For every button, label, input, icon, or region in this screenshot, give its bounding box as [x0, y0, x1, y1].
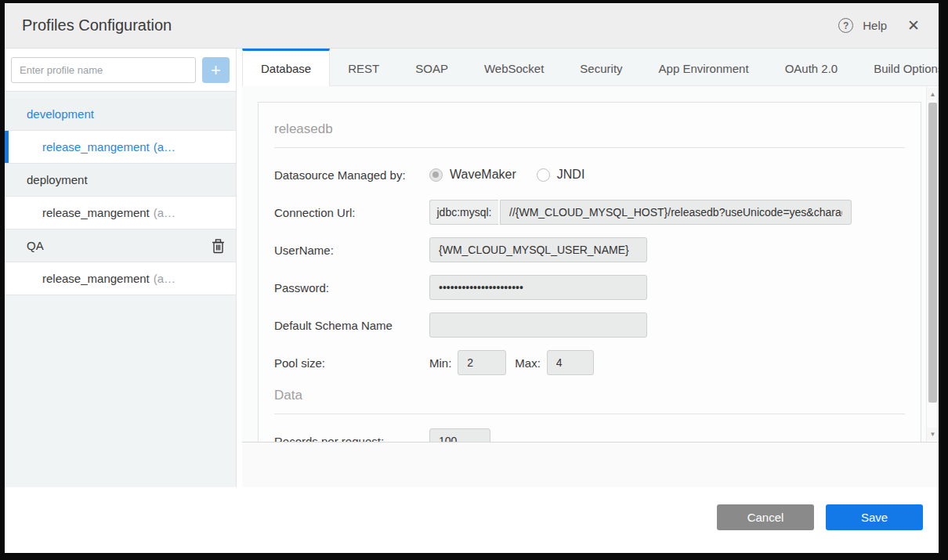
username-input[interactable]	[429, 237, 647, 262]
database-settings-card: releasedb Datasource Managed by: WaveMak…	[258, 102, 921, 442]
connection-url-row: Connection Url: jdbc:mysql:	[274, 200, 905, 225]
sidebar-item-release-mangement-deployment[interactable]: release_mangement (a…	[5, 197, 236, 229]
add-profile-row: +	[5, 49, 236, 92]
profile-item-label: release_mangement	[42, 206, 150, 219]
delete-profile-button[interactable]	[212, 238, 225, 254]
scrollbar-down-icon[interactable]: ▼	[927, 428, 939, 440]
radio-selected-icon	[429, 168, 443, 182]
profiles-configuration-dialog: Profiles Configuration ? Help ✕ + develo…	[5, 3, 939, 553]
radio-wavemaker[interactable]: WaveMaker	[429, 168, 516, 182]
radio-jndi-label: JNDI	[557, 168, 585, 182]
schema-label: Default Schema Name	[274, 319, 429, 332]
profiles-sidebar: + development release_mangement (a… depl…	[5, 49, 237, 487]
tab-security[interactable]: Security	[562, 49, 640, 85]
help-icon[interactable]: ?	[838, 18, 853, 33]
sidebar-item-qa[interactable]: QA	[5, 229, 236, 262]
datasource-label: Datasource Managed by:	[274, 168, 429, 182]
tab-rest[interactable]: REST	[330, 49, 397, 85]
add-profile-button[interactable]: +	[202, 57, 230, 83]
profile-item-suffix: (a…	[154, 140, 175, 154]
jdbc-prefix: jdbc:mysql:	[429, 200, 498, 225]
scrollbar-thumb[interactable]	[928, 103, 937, 403]
radio-wavemaker-label: WaveMaker	[450, 168, 516, 182]
radio-unselected-icon	[537, 168, 550, 182]
tab-websocket[interactable]: WebSocket	[466, 49, 562, 85]
dialog-footer: Cancel Save	[5, 487, 939, 553]
section-divider	[274, 147, 905, 148]
records-per-request-input[interactable]	[429, 428, 490, 442]
datasource-row: Datasource Managed by: WaveMaker JNDI	[274, 162, 905, 187]
username-row: UserName:	[274, 237, 905, 262]
database-tab-content: releasedb Datasource Managed by: WaveMak…	[242, 86, 926, 442]
sidebar-item-deployment[interactable]: deployment	[5, 164, 236, 197]
pool-min-label: Min:	[429, 356, 451, 370]
pool-size-row: Pool size: Min: Max:	[274, 350, 905, 375]
profile-item-suffix: (a…	[154, 206, 175, 219]
password-label: Password:	[274, 281, 429, 294]
save-button[interactable]: Save	[826, 504, 923, 530]
sidebar-item-release-mangement-qa[interactable]: release_mangement (a…	[5, 262, 236, 295]
sidebar-item-release-mangement-development[interactable]: release_mangement (a…	[5, 131, 236, 164]
sidebar-item-development[interactable]: development	[5, 98, 236, 131]
page-title: Profiles Configuration	[22, 16, 172, 34]
connection-url-control: jdbc:mysql:	[429, 200, 852, 225]
cancel-button[interactable]: Cancel	[717, 504, 814, 530]
dialog-body: + development release_mangement (a… depl…	[5, 49, 939, 487]
default-schema-input[interactable]	[429, 313, 647, 338]
tab-bar: Database REST SOAP WebSocket Security Ap…	[242, 49, 939, 86]
pool-max-label: Max:	[515, 356, 541, 370]
tab-content-scroll-area: releasedb Datasource Managed by: WaveMak…	[242, 86, 939, 443]
content-lower-strip	[242, 443, 939, 487]
username-label: UserName:	[274, 244, 429, 257]
records-per-request-row: Records per request:	[274, 428, 905, 442]
profile-name-input[interactable]	[11, 57, 196, 83]
trash-icon	[212, 238, 225, 254]
pool-min-input[interactable]	[458, 350, 506, 375]
profile-group-label: development	[27, 107, 94, 121]
profile-group-label: deployment	[27, 173, 88, 186]
vertical-scrollbar[interactable]: ▲ ▼	[926, 86, 939, 442]
schema-row: Default Schema Name	[274, 313, 905, 338]
connection-url-input[interactable]	[500, 200, 852, 225]
password-input[interactable]	[429, 275, 647, 300]
dialog-header: Profiles Configuration ? Help ✕	[5, 3, 939, 49]
profile-list: development release_mangement (a… deploy…	[5, 92, 236, 295]
tab-oauth[interactable]: OAuth 2.0	[767, 49, 856, 85]
tab-soap[interactable]: SOAP	[397, 49, 466, 85]
screen-background: Profiles Configuration ? Help ✕ + develo…	[0, 0, 948, 560]
pool-size-label: Pool size:	[274, 356, 429, 370]
records-label: Records per request:	[274, 435, 429, 443]
tab-build-options[interactable]: Build Options	[856, 49, 939, 85]
profile-item-label: release_mangement	[42, 140, 150, 154]
scrollbar-up-icon[interactable]: ▲	[927, 88, 939, 100]
profile-group-label: QA	[27, 239, 44, 252]
profile-item-suffix: (a…	[154, 272, 175, 285]
profile-item-label: release_mangement	[42, 272, 150, 285]
db-section-title: releasedb	[274, 121, 905, 137]
data-section-title: Data	[274, 388, 905, 403]
password-row: Password:	[274, 275, 905, 300]
radio-jndi[interactable]: JNDI	[537, 168, 585, 182]
pool-max-input[interactable]	[547, 350, 594, 375]
connection-url-label: Connection Url:	[274, 206, 429, 219]
tab-database[interactable]: Database	[242, 49, 330, 86]
main-panel: Database REST SOAP WebSocket Security Ap…	[237, 49, 939, 487]
close-icon[interactable]: ✕	[907, 18, 920, 33]
tab-app-environment[interactable]: App Environment	[641, 49, 767, 85]
help-link[interactable]: Help	[863, 19, 887, 32]
section-divider	[274, 414, 905, 414]
datasource-radio-group: WaveMaker JNDI	[429, 168, 584, 182]
header-actions: ? Help ✕	[838, 18, 920, 33]
